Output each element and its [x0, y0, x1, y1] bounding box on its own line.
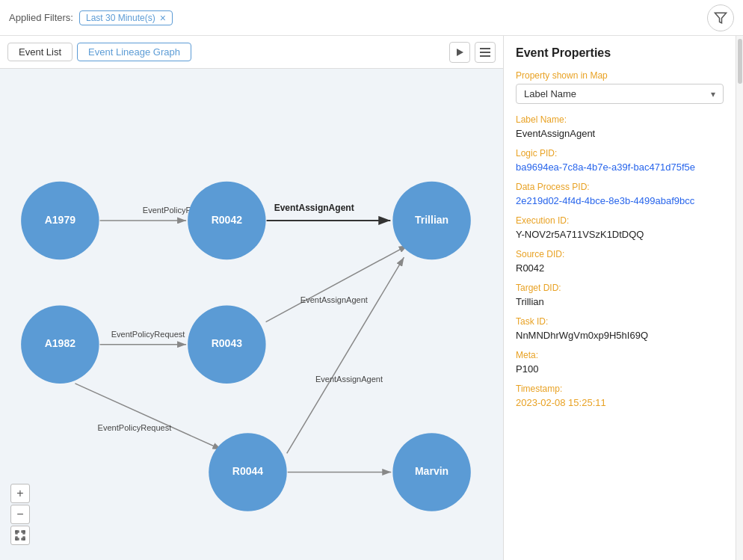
- prop-label-7: Meta:: [516, 350, 724, 360]
- property-fields: Label Name:EventAssignAgentLogic PID:ba9…: [516, 114, 724, 408]
- node-label-a1979: A1979: [45, 214, 76, 226]
- prop-value-2: 2e219d02-4f4d-4bce-8e3b-4499abaf9bcc: [516, 195, 724, 206]
- filter-icon-button[interactable]: [707, 4, 734, 31]
- dropdown-value: Label Name: [524, 88, 576, 99]
- tab-event-list[interactable]: Event List: [7, 43, 73, 61]
- node-label-r0042: R0042: [212, 214, 243, 226]
- node-label-a1982: A1982: [45, 337, 76, 349]
- filter-bar: Applied Filters: Last 30 Minute(s) ×: [0, 0, 743, 36]
- edge-r0044-trillian: [287, 257, 404, 453]
- graph-panel: Event List Event Lineage Graph: [0, 36, 504, 560]
- node-label-r0043: R0043: [212, 337, 243, 349]
- node-label-trillian: Trillian: [415, 214, 448, 226]
- edge-a1982-r0044: [75, 384, 221, 449]
- prop-value-8: 2023-02-08 15:25:11: [516, 397, 724, 408]
- property-shown-label: Property shown in Map: [516, 70, 724, 81]
- zoom-controls: + −: [10, 484, 30, 545]
- play-button[interactable]: [449, 42, 470, 63]
- prop-value-6: NnMNDhrWgVm0xp9H5hI69Q: [516, 330, 724, 341]
- filter-label: Applied Filters:: [9, 12, 73, 23]
- main-layout: Event List Event Lineage Graph: [0, 36, 743, 560]
- scrollbar-thumb: [738, 39, 742, 84]
- tab-bar: Event List Event Lineage Graph: [0, 36, 503, 69]
- prop-label-5: Target DID:: [516, 283, 724, 293]
- prop-value-0: EventAssignAgent: [516, 128, 724, 139]
- prop-value-1: ba9694ea-7c8a-4b7e-a39f-bac471d75f5e: [516, 161, 724, 173]
- prop-label-2: Data Process PID:: [516, 182, 724, 192]
- zoom-out-button[interactable]: −: [10, 505, 30, 524]
- property-dropdown[interactable]: Label Name ▾: [516, 84, 724, 104]
- edge-label-a1982-r0043: EventPolicyRequest: [111, 330, 185, 339]
- edge-label-r0042-trillian: EventAssignAgent: [274, 203, 354, 213]
- fit-button[interactable]: [10, 526, 30, 545]
- properties-title: Event Properties: [516, 46, 724, 60]
- list-button[interactable]: [475, 42, 496, 63]
- tab-event-lineage-graph[interactable]: Event Lineage Graph: [77, 43, 191, 61]
- list-icon: [480, 48, 490, 57]
- prop-value-4: R0042: [516, 262, 724, 274]
- edge-label-r0044-trillian: EventAssignAgent: [315, 375, 383, 384]
- prop-label-8: Timestamp:: [516, 384, 724, 394]
- graph-svg: EventPolicyRequest EventAssignAgent Even…: [0, 69, 503, 560]
- prop-label-1: Logic PID:: [516, 148, 724, 159]
- chevron-down-icon: ▾: [711, 89, 715, 99]
- zoom-in-button[interactable]: +: [10, 484, 30, 503]
- prop-value-3: Y-NOV2r5A711VSzK1DtDQQ: [516, 229, 724, 240]
- node-label-r0044: R0044: [232, 465, 264, 477]
- tab-controls: [449, 42, 496, 63]
- svg-rect-2: [480, 48, 490, 49]
- edge-label-r0043-trillian: EventAssignAgent: [300, 295, 368, 304]
- svg-marker-1: [457, 49, 463, 56]
- filter-icon: [714, 11, 727, 25]
- prop-label-4: Source DID:: [516, 249, 724, 259]
- prop-label-3: Execution ID:: [516, 215, 724, 226]
- graph-area[interactable]: EventPolicyRequest EventAssignAgent Even…: [0, 69, 503, 560]
- edge-r0043-trillian: [266, 245, 408, 321]
- prop-label-0: Label Name:: [516, 114, 724, 125]
- node-label-marvin: Marvin: [415, 465, 448, 477]
- svg-rect-4: [480, 55, 490, 57]
- filter-tag: Last 30 Minute(s) ×: [79, 10, 173, 25]
- right-scrollbar[interactable]: [736, 36, 743, 560]
- prop-value-5: Trillian: [516, 296, 724, 307]
- svg-rect-3: [480, 52, 490, 53]
- fit-icon: [15, 530, 25, 541]
- filter-tag-close[interactable]: ×: [160, 13, 166, 23]
- properties-panel: Event Properties Property shown in Map L…: [504, 36, 736, 560]
- prop-value-7: P100: [516, 363, 724, 375]
- edge-label-a1982-r0044: EventPolicyRequest: [98, 423, 172, 432]
- filter-tag-text: Last 30 Minute(s): [86, 13, 155, 23]
- svg-marker-0: [715, 13, 727, 23]
- prop-label-6: Task ID:: [516, 316, 724, 327]
- play-icon: [455, 48, 464, 57]
